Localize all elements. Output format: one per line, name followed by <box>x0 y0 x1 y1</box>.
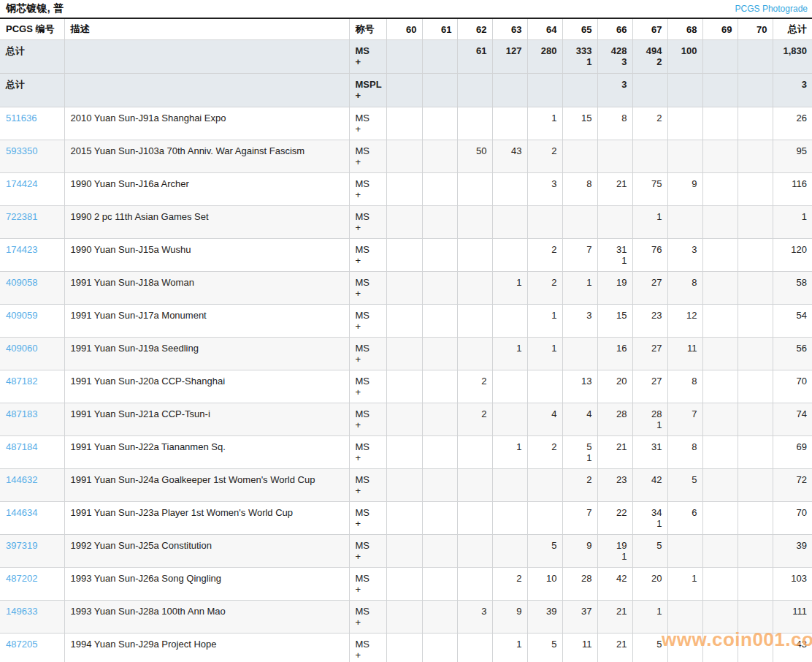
pcgs-number-link[interactable]: 409060 <box>6 343 37 354</box>
pcgs-number-link[interactable]: 487183 <box>6 408 37 419</box>
grade-column-header: 66 <box>597 18 632 40</box>
grade-count: 2 <box>499 573 522 584</box>
pcgs-number-link[interactable]: 487182 <box>6 376 37 387</box>
pcgs-number-cell: 409059 <box>0 305 64 338</box>
grade-count-cell: 100 <box>667 40 702 74</box>
designation-plus-label: + <box>356 584 381 595</box>
grade-count: 16 <box>604 343 627 354</box>
description-cell: 1990 Yuan Sun-J15a Wushu <box>64 239 349 272</box>
pcgs-number-link[interactable]: 409059 <box>6 310 37 321</box>
table-row: 1744231990 Yuan Sun-J15a WushuMS+2731176… <box>0 239 812 272</box>
designation-cell: MSPL+ <box>349 74 386 107</box>
grade-count-cell: 7 <box>562 502 597 535</box>
grade-count-cell: 1 <box>492 338 527 370</box>
pcgs-number-link[interactable]: 487184 <box>6 441 37 452</box>
grade-count: 13 <box>569 376 592 387</box>
grade-count-cell <box>702 140 738 173</box>
grade-count-cell: 1 <box>492 634 527 662</box>
table-row: 4872021993 Yuan Sun-J26a Song QinglingMS… <box>0 568 812 601</box>
grade-count-cell: 3 <box>527 173 562 206</box>
grade-count: 8 <box>674 277 697 288</box>
grade-count: 2 <box>639 113 662 123</box>
designation-label: MS <box>356 441 381 452</box>
grade-count-cell <box>738 206 773 239</box>
pcgs-number-link[interactable]: 593350 <box>6 145 37 156</box>
pcgs-number-link[interactable]: 487202 <box>6 573 37 584</box>
description-cell: 1993 Yuan Sun-J28a 100th Ann Mao <box>64 601 349 634</box>
pcgs-number-cell: 487205 <box>0 634 64 662</box>
grade-count-cell: 5 <box>632 535 667 568</box>
pcgs-number-link[interactable]: 722381 <box>6 211 37 222</box>
designation-plus-label: + <box>356 452 381 463</box>
designation-label: MS <box>356 376 381 387</box>
designation-label: MS <box>356 474 381 485</box>
grade-count-cell <box>527 74 562 107</box>
pcgs-number-cell: 174424 <box>0 173 64 206</box>
grade-column-header: 60 <box>386 18 422 40</box>
description-cell: 1993 Yuan Sun-J26a Song Qingling <box>64 568 349 601</box>
grade-count-cell <box>457 239 492 272</box>
pcgs-number-link[interactable]: 409058 <box>6 277 37 288</box>
grade-count-cell: 1 <box>632 601 667 634</box>
designation-label: MSPL <box>356 79 381 90</box>
table-body: 总计MS+611272803331428349421001,830总计MSPL+… <box>0 40 812 662</box>
grade-count-cell: 8 <box>667 370 702 403</box>
grade-count-cell <box>738 370 773 403</box>
grade-count-cell <box>492 173 527 206</box>
grade-count-cell <box>386 601 422 634</box>
pcgs-number-link[interactable]: 174423 <box>6 244 37 255</box>
pcgs-number-link[interactable]: 149633 <box>6 606 37 617</box>
page-title: 钢芯镀镍, 普 <box>6 2 64 15</box>
designation-plus-label: + <box>356 222 381 233</box>
pcgs-number-link[interactable]: 511636 <box>6 113 37 123</box>
designation-plus-label: + <box>356 387 381 397</box>
grade-count: 1 <box>499 277 522 288</box>
pcgs-number-link[interactable]: 174424 <box>6 178 37 189</box>
plus-grade-count: 1 <box>569 452 592 463</box>
grade-count-cell <box>457 74 492 107</box>
row-total-cell: 26 <box>773 107 812 140</box>
designation-plus-label: + <box>356 354 381 365</box>
description-cell: 2015 Yuan Sun-J103a 70th Anniv. War Agai… <box>64 140 349 173</box>
pcgs-number-link[interactable]: 144634 <box>6 507 37 518</box>
grade-count-cell <box>738 74 773 107</box>
grade-count: 21 <box>604 606 627 617</box>
grade-count-cell: 2 <box>492 568 527 601</box>
grade-count: 21 <box>604 178 627 189</box>
pcgs-photograde-link[interactable]: PCGS Photograde <box>735 4 808 14</box>
grade-count-cell: 11 <box>562 634 597 662</box>
grade-count-cell <box>386 403 422 436</box>
grade-count-cell <box>386 173 422 206</box>
grade-column-header: 62 <box>457 18 492 40</box>
grade-count: 10 <box>534 573 557 584</box>
plus-grade-count: 1 <box>569 56 592 67</box>
designation-plus-label: + <box>356 56 381 67</box>
summary-label-cell: 总计 <box>0 74 64 107</box>
grade-count-cell <box>702 469 738 502</box>
pcgs-number-link[interactable]: 397319 <box>6 540 37 551</box>
grade-count-cell <box>492 502 527 535</box>
designation-cell: MS+ <box>349 305 386 338</box>
grade-count: 8 <box>674 376 697 387</box>
plus-grade-count: 1 <box>604 551 627 562</box>
grade-count-cell: 5 <box>527 535 562 568</box>
grade-count-cell <box>457 206 492 239</box>
designation-cell: MS+ <box>349 239 386 272</box>
grade-count: 428 <box>604 45 627 56</box>
grade-count-cell: 1 <box>632 206 667 239</box>
table-row: 4872051994 Yuan Sun-J29a Project HopeMS+… <box>0 634 812 662</box>
grade-count-cell <box>667 634 702 662</box>
pcgs-number-link[interactable]: 487205 <box>6 639 37 650</box>
grade-count: 23 <box>639 310 662 321</box>
summary-description-cell <box>64 40 349 74</box>
grade-count: 27 <box>639 376 662 387</box>
pcgs-number-link[interactable]: 144632 <box>6 474 37 485</box>
grade-count-cell <box>632 74 667 107</box>
grade-count: 1 <box>534 113 557 123</box>
designation-label: MS <box>356 408 381 419</box>
grade-count-cell: 2 <box>562 469 597 502</box>
grade-count: 27 <box>639 277 662 288</box>
description-cell: 1990 Yuan Sun-J16a Archer <box>64 173 349 206</box>
grade-count-cell: 10 <box>527 568 562 601</box>
grade-count-cell: 1 <box>492 272 527 305</box>
